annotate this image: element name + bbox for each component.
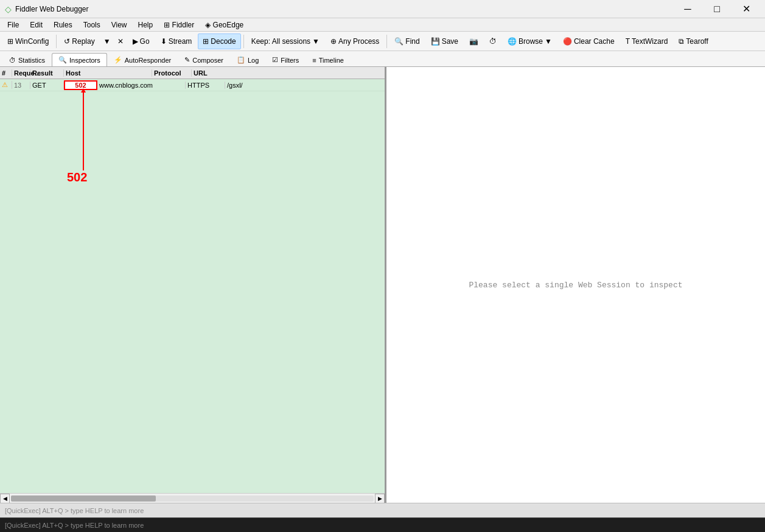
scroll-thumb — [11, 495, 156, 502]
find-icon: 🔍 — [394, 37, 403, 46]
row-method: GET — [30, 82, 64, 89]
row-warning: ⚠ — [0, 81, 12, 89]
textwizard-icon: T — [626, 37, 630, 46]
separator — [56, 35, 57, 48]
browse-button[interactable]: 🌐 Browse ▼ — [503, 33, 557, 49]
sessions-table-header: # Reque… Result Host Protocol URL — [0, 67, 385, 79]
go-icon: ▶ — [133, 37, 138, 46]
quickexec-bar: [QuickExec] ALT+Q > type HELP to learn m… — [0, 503, 765, 517]
decode-icon: ⊞ — [203, 37, 209, 46]
console-text: [QuickExec] ALT+Q > type HELP to learn m… — [5, 522, 144, 529]
app-icon: ◇ — [5, 4, 12, 14]
col-hash-header: # — [0, 69, 12, 77]
textwizard-button[interactable]: T TextWizard — [621, 33, 673, 49]
menu-help[interactable]: Help — [133, 19, 158, 30]
tab-composer[interactable]: ✎ Composer — [178, 53, 230, 66]
sessions-panel: # Reque… Result Host Protocol URL ⚠ 13 G… — [0, 67, 386, 503]
close-button[interactable]: ✕ — [732, 0, 760, 18]
filters-icon: ☑ — [272, 56, 278, 64]
stream-button[interactable]: ⬇ Stream — [156, 33, 197, 49]
keep-button[interactable]: Keep: All sessions ▼ — [246, 33, 324, 49]
scroll-left-button[interactable]: ◀ — [0, 494, 10, 503]
menu-rules[interactable]: Rules — [49, 19, 77, 30]
winconfig-icon: ⊞ — [7, 37, 13, 46]
replay-dropdown-button[interactable]: ▼ — [101, 33, 113, 49]
toolbar: ⊞ WinConfig ↺ Replay ▼ ✕ ▶ Go ⬇ Stream ⊞… — [0, 32, 765, 51]
quickexec-text: [QuickExec] ALT+Q > type HELP to learn m… — [5, 507, 144, 514]
separator2 — [243, 35, 244, 48]
inspector-placeholder: Please select a single Web Session to in… — [386, 67, 765, 503]
titlebar: ◇ Fiddler Web Debugger ─ □ ✕ — [0, 0, 765, 18]
menu-fiddler[interactable]: ⊞ Fiddler — [159, 19, 199, 30]
row-url: /gsxl/ — [225, 82, 385, 89]
tab-autoresponder[interactable]: ⚡ AutoResponder — [107, 53, 178, 66]
col-num-header: Reque… — [12, 69, 30, 77]
dropdown-icon: ▼ — [103, 37, 111, 46]
go-button[interactable]: ▶ Go — [128, 33, 155, 49]
browse-icon: 🌐 — [508, 37, 517, 46]
menu-geoedge[interactable]: ◈ GeoEdge — [200, 19, 248, 30]
row-host: www.cnblogs.com — [97, 82, 186, 89]
menu-tools[interactable]: Tools — [79, 19, 105, 30]
col-result-header: Result — [30, 69, 64, 77]
menubar: File Edit Rules Tools View Help ⊞ Fiddle… — [0, 18, 765, 32]
keep-dropdown-icon: ▼ — [312, 37, 320, 46]
col-host-header: Host — [64, 69, 152, 77]
camera-button[interactable]: 📷 — [464, 33, 483, 49]
remove-icon: ✕ — [117, 37, 124, 46]
timeline-icon: ≡ — [312, 57, 316, 64]
app-title: Fiddler Web Debugger — [15, 5, 89, 13]
inspectors-icon: 🔍 — [58, 56, 67, 64]
scroll-right-button[interactable]: ▶ — [375, 494, 385, 503]
composer-icon: ✎ — [184, 56, 190, 64]
window-controls: ─ □ ✕ — [674, 0, 760, 18]
row-protocol: HTTPS — [186, 82, 225, 89]
browse-dropdown-icon: ▼ — [545, 37, 552, 46]
tearoff-button[interactable]: ⧉ Tearoff — [674, 33, 713, 49]
tearoff-icon: ⧉ — [679, 37, 684, 46]
separator3 — [386, 35, 387, 48]
inspector-panel: Please select a single Web Session to in… — [386, 67, 765, 503]
scroll-track[interactable] — [11, 495, 374, 502]
decode-button[interactable]: ⊞ Decode — [198, 33, 240, 49]
table-row[interactable]: ⚠ 13 GET 502 www.cnblogs.com HTTPS /gsxl… — [0, 79, 385, 91]
menu-file[interactable]: File — [2, 19, 24, 30]
tab-statistics[interactable]: ⏱ Statistics — [2, 53, 52, 66]
clock-icon: ⏱ — [489, 37, 497, 46]
col-protocol-header: Protocol — [152, 69, 192, 77]
camera-icon: 📷 — [469, 37, 478, 46]
tab-inspectors[interactable]: 🔍 Inspectors — [52, 53, 107, 66]
row-result: 502 — [64, 80, 97, 90]
process-button[interactable]: ⊕ Any Process — [326, 33, 384, 49]
clearcache-icon: 🔴 — [563, 37, 572, 46]
menu-edit[interactable]: Edit — [25, 19, 47, 30]
maximize-button[interactable]: □ — [703, 0, 731, 18]
tab-timeline[interactable]: ≡ Timeline — [306, 53, 351, 66]
replay-icon: ↺ — [64, 37, 70, 46]
save-icon: 💾 — [431, 37, 440, 46]
log-icon: 📋 — [237, 56, 245, 64]
process-icon: ⊕ — [330, 37, 337, 46]
sessions-list[interactable]: ⚠ 13 GET 502 www.cnblogs.com HTTPS /gsxl… — [0, 79, 385, 493]
minimize-button[interactable]: ─ — [674, 0, 702, 18]
clock-button[interactable]: ⏱ — [484, 33, 501, 49]
menu-view[interactable]: View — [107, 19, 132, 30]
title-left: ◇ Fiddler Web Debugger — [5, 4, 89, 14]
find-button[interactable]: 🔍 Find — [389, 33, 424, 49]
autoresponder-icon: ⚡ — [114, 56, 122, 64]
stream-icon: ⬇ — [161, 37, 167, 46]
replay-button[interactable]: ↺ Replay — [59, 33, 99, 49]
inspector-tabs: ⏱ Statistics 🔍 Inspectors ⚡ AutoResponde… — [0, 51, 765, 67]
close-button-x[interactable]: ✕ — [114, 33, 127, 49]
main-area: # Reque… Result Host Protocol URL ⚠ 13 G… — [0, 67, 765, 503]
winconfig-button[interactable]: ⊞ WinConfig — [2, 33, 54, 49]
col-url-header: URL — [192, 69, 385, 77]
tab-log[interactable]: 📋 Log — [230, 53, 265, 66]
horizontal-scrollbar[interactable]: ◀ ▶ — [0, 493, 385, 503]
clearcache-button[interactable]: 🔴 Clear Cache — [558, 33, 620, 49]
save-button[interactable]: 💾 Save — [426, 33, 463, 49]
row-num: 13 — [12, 82, 30, 89]
console-bar: [QuickExec] ALT+Q > type HELP to learn m… — [0, 517, 765, 532]
annotation-overlay — [0, 79, 385, 262]
tab-filters[interactable]: ☑ Filters — [265, 53, 306, 66]
